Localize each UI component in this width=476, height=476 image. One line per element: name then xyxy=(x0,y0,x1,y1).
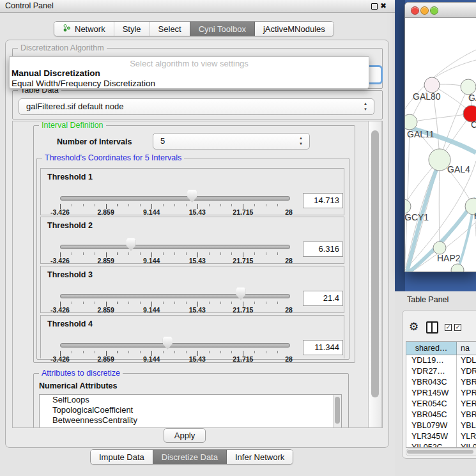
slider-thumb[interactable] xyxy=(163,337,173,349)
number-of-intervals-combobox[interactable]: 5 ▲▼ xyxy=(153,133,310,150)
table-cell[interactable]: YLR345W xyxy=(406,431,457,442)
network-edge[interactable] xyxy=(410,114,472,122)
tab-impute-data[interactable]: Impute Data xyxy=(91,450,153,464)
numerical-attributes-list[interactable]: SelfLoopsTopologicalCoefficientBetweenne… xyxy=(39,394,342,428)
table-row[interactable]: YER054CYER0 xyxy=(406,399,476,410)
interval-definition-title: Interval Definition xyxy=(39,121,106,130)
threshold-2-value[interactable]: 6.316 xyxy=(303,242,343,257)
table-row[interactable]: YLR345WYLR3 xyxy=(406,431,476,442)
table-cell[interactable]: YPR1 xyxy=(457,388,476,399)
column-header-shared-name[interactable]: shared… xyxy=(406,342,457,355)
slider-thumb[interactable] xyxy=(236,288,245,300)
slider-thumb[interactable] xyxy=(187,190,197,203)
table-cell[interactable]: YDL19… xyxy=(406,355,457,366)
tab-style[interactable]: Style xyxy=(114,22,150,36)
table-cell[interactable]: YIL052C xyxy=(406,442,457,448)
threshold-1-value[interactable]: 14.713 xyxy=(303,193,343,208)
main-scrollbar[interactable] xyxy=(368,121,382,427)
network-edge[interactable] xyxy=(405,122,410,259)
network-node[interactable] xyxy=(405,114,417,130)
tab-infer-network[interactable]: Infer Network xyxy=(226,450,293,464)
attribute-item[interactable]: BetweennessCentrality xyxy=(40,415,341,426)
tab-cyni-toolbox[interactable]: Cyni Toolbox xyxy=(190,22,254,36)
float-window-icon[interactable] xyxy=(371,3,378,10)
slider-track[interactable] xyxy=(60,245,290,249)
gear-icon[interactable]: ⚙ xyxy=(409,321,418,332)
dropdown-option-equal-width[interactable]: Equal Width/Frequency Discretization xyxy=(10,79,369,89)
list-scrollbar[interactable] xyxy=(333,395,341,428)
attribute-item[interactable]: SelfLoops xyxy=(40,395,341,405)
tab-discretize-data[interactable]: Discretize Data xyxy=(153,450,226,464)
table-row[interactable]: YBR043CYBR0 xyxy=(406,377,476,388)
slider-track[interactable] xyxy=(60,294,290,298)
threshold-1-slider[interactable]: -3.4262.8599.14415.4321.71528 xyxy=(60,169,289,215)
threshold-3-slider[interactable]: -3.4262.8599.14415.4321.71528 xyxy=(60,266,289,312)
table-panel-area: Table Panel ⚙ ✓ ✓ shared… na YDL19…YDL1Y… xyxy=(395,291,476,476)
list-scrollbar-thumb[interactable] xyxy=(335,397,340,424)
table-row[interactable]: YDL19…YDL1 xyxy=(406,355,476,366)
table-cell[interactable]: YPR145W xyxy=(406,388,457,399)
checkbox-icon[interactable]: ✓ xyxy=(454,324,461,331)
slider-thumb[interactable] xyxy=(126,238,135,251)
minimize-traffic-light-icon[interactable] xyxy=(420,6,429,15)
tab-jactivemnodules[interactable]: jActiveMNodules xyxy=(254,22,334,36)
table-data-combobox[interactable]: galFiltered.sif default node ▲▼ xyxy=(19,98,374,115)
network-edge[interactable] xyxy=(433,60,476,79)
network-edge[interactable] xyxy=(439,159,440,247)
network-canvas[interactable]: GAL80GACGAL11GAL4GCY1HHAP2 xyxy=(405,18,476,272)
node-label: GAL11 xyxy=(407,129,434,139)
column-header-name[interactable]: na xyxy=(457,342,476,355)
table-cell[interactable]: YBR043C xyxy=(406,377,457,388)
table-cell[interactable]: YBL079W xyxy=(406,420,457,431)
close-traffic-light-icon[interactable] xyxy=(411,6,419,15)
tick-label: 15.43 xyxy=(189,257,206,265)
table-horizontal-scrollbar-thumb[interactable] xyxy=(407,450,473,454)
table-cell[interactable]: YBR0 xyxy=(457,377,476,388)
table-row[interactable]: YDR27…YDR2 xyxy=(406,366,476,377)
table-data-group: Table Data galFiltered.sif default node … xyxy=(12,90,383,119)
stepper-icon: ▲▼ xyxy=(362,101,369,112)
table-cell[interactable]: YER0 xyxy=(457,399,476,410)
table-row[interactable]: YIL052CYIL0 xyxy=(406,442,476,448)
apply-button[interactable]: Apply xyxy=(164,428,206,443)
dropdown-option-manual[interactable]: Manual Discretization xyxy=(10,68,369,79)
tick-label: 28 xyxy=(285,306,293,314)
network-node[interactable] xyxy=(405,199,411,213)
slider-track[interactable] xyxy=(60,343,290,348)
table-cell[interactable]: YER054C xyxy=(406,399,457,410)
table-cell[interactable]: YDR27… xyxy=(406,366,457,377)
algorithm-dropdown-popup: Select algorithm to view settings Manual… xyxy=(9,56,369,89)
network-window-titlebar[interactable] xyxy=(405,3,476,18)
attribute-item[interactable]: TopologicalCoefficient xyxy=(40,405,341,415)
network-node[interactable] xyxy=(424,77,440,93)
zoom-traffic-light-icon[interactable] xyxy=(430,6,438,15)
table-cell[interactable]: YDR2 xyxy=(457,366,476,377)
threshold-2-slider[interactable]: -3.4262.8599.14415.4321.71528 xyxy=(60,217,289,263)
threshold-3-value[interactable]: 21.4 xyxy=(303,291,343,306)
table-row[interactable]: YBL079WYBL0 xyxy=(406,420,476,431)
network-view-window[interactable]: GAL80GACGAL11GAL4GCY1HHAP2 xyxy=(404,2,476,272)
network-node[interactable] xyxy=(433,242,446,254)
main-scrollbar-thumb[interactable] xyxy=(371,130,379,397)
slider-tick-labels: -3.4262.8599.14415.4321.71528 xyxy=(60,208,289,216)
table-cell[interactable]: YBL0 xyxy=(457,420,476,431)
table-cell[interactable]: YBR045C xyxy=(406,410,457,420)
threshold-4-value[interactable]: 11.344 xyxy=(303,340,343,355)
table-cell[interactable]: YBR0 xyxy=(457,410,476,420)
table-row[interactable]: YBR045CYBR0 xyxy=(406,410,476,420)
node-label: HAP2 xyxy=(437,253,461,263)
tab-network[interactable]: Network xyxy=(54,22,114,36)
table-horizontal-scrollbar[interactable] xyxy=(406,449,476,456)
checkbox-icon[interactable]: ✓ xyxy=(445,324,452,331)
table-cell[interactable]: YDL1 xyxy=(457,355,476,366)
close-icon[interactable]: ✖ xyxy=(380,1,387,10)
threshold-4-slider[interactable]: -3.4262.8599.14415.4321.71528 xyxy=(60,316,289,362)
table-row[interactable]: YPR145WYPR1 xyxy=(406,388,476,399)
table-cell[interactable]: YLR3 xyxy=(457,431,476,442)
slider-track[interactable] xyxy=(60,196,290,201)
cyni-content-box: Discretization Algorithm Select algorith… xyxy=(5,40,389,448)
split-columns-icon[interactable] xyxy=(426,321,438,334)
network-node[interactable] xyxy=(451,264,464,272)
tab-select[interactable]: Select xyxy=(150,22,190,36)
table-cell[interactable]: YIL0 xyxy=(457,442,476,448)
